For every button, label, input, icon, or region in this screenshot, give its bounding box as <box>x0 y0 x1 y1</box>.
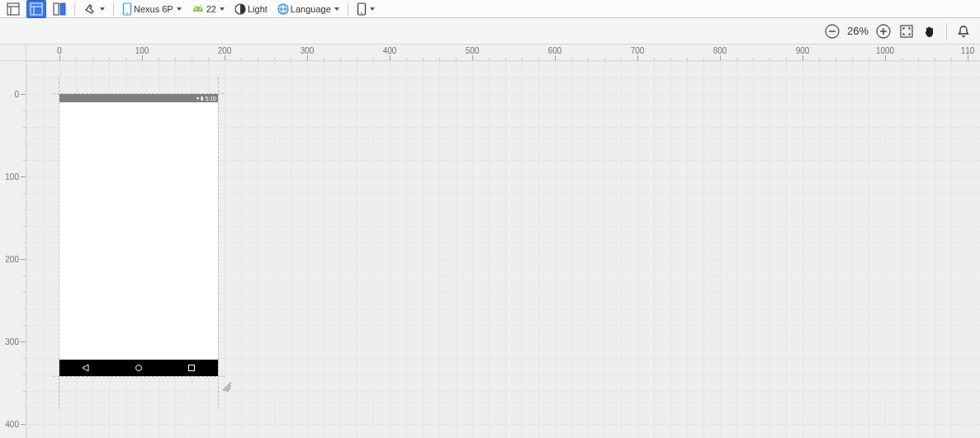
ruler-tick-label: 200 <box>218 46 232 55</box>
design-canvas[interactable]: ▾ ▮ 5:10 <box>26 61 980 438</box>
resize-handle[interactable] <box>220 378 231 389</box>
blueprint-mode-button[interactable] <box>26 0 46 18</box>
ruler-tick-label: 200 <box>5 255 19 264</box>
designer-mode-button[interactable] <box>3 0 23 18</box>
ruler-tick-label: 0 <box>14 90 19 99</box>
device-nav-bar <box>59 360 218 376</box>
preview-configs-button[interactable] <box>353 0 378 18</box>
nav-home-icon[interactable] <box>135 364 143 372</box>
phone-icon <box>122 2 132 16</box>
zoom-fit-button[interactable] <box>897 21 916 41</box>
svg-point-10 <box>195 8 196 10</box>
chevron-down-icon <box>370 7 375 11</box>
chevron-down-icon <box>177 7 182 11</box>
design-surface: 01002003004005006007008009001000110 0100… <box>0 45 980 438</box>
status-time: 5:10 <box>205 96 216 101</box>
ruler-tick-label: 500 <box>466 46 480 55</box>
notifications-button[interactable] <box>954 21 973 41</box>
language-selector[interactable]: Language <box>274 1 343 17</box>
svg-rect-6 <box>54 3 59 15</box>
theme-selector[interactable]: Light <box>231 1 271 17</box>
chevron-down-icon <box>100 7 105 11</box>
ruler-tick-label: 100 <box>135 46 149 55</box>
svg-rect-3 <box>31 3 42 15</box>
ruler-tick-label: 900 <box>796 46 810 55</box>
phone-icon <box>357 2 367 16</box>
ruler-tick-label: 700 <box>631 46 645 55</box>
android-icon <box>192 4 205 14</box>
api-label: 22 <box>206 4 216 14</box>
ruler-tick-label: 0 <box>57 46 62 55</box>
bell-icon <box>956 24 971 39</box>
toolbar-separator <box>348 2 348 16</box>
chevron-down-icon <box>220 7 225 11</box>
ruler-tick-label: 1000 <box>876 46 894 55</box>
device-content-area[interactable] <box>59 102 218 360</box>
zoom-in-button[interactable] <box>873 21 893 41</box>
ruler-tick-label: 300 <box>301 46 315 55</box>
svg-rect-25 <box>901 26 912 37</box>
zoom-level: 26% <box>845 25 870 37</box>
orientation-button[interactable] <box>80 0 108 18</box>
svg-line-13 <box>200 5 201 7</box>
ruler-tick-label: 300 <box>5 337 19 346</box>
ruler-tick-label: 400 <box>383 46 397 55</box>
ruler-tick-label: 400 <box>5 420 19 429</box>
svg-point-27 <box>136 365 142 371</box>
toolbar-separator <box>946 23 947 40</box>
globe-icon <box>277 3 289 15</box>
wifi-icon: ▾ <box>196 96 199 101</box>
split-mode-button[interactable] <box>50 0 69 18</box>
svg-point-9 <box>126 12 128 14</box>
svg-rect-7 <box>60 3 65 15</box>
svg-point-11 <box>199 8 201 10</box>
main-toolbar: Nexus 6P 22 Light Language <box>0 0 980 18</box>
horizontal-ruler[interactable]: 01002003004005006007008009001000110 <box>26 45 980 61</box>
theme-icon <box>234 3 246 15</box>
device-status-bar: ▾ ▮ 5:10 <box>59 94 218 102</box>
theme-label: Light <box>248 4 267 14</box>
api-selector[interactable]: 22 <box>188 2 228 16</box>
zoom-out-button[interactable] <box>822 21 842 41</box>
pan-button[interactable] <box>920 21 940 41</box>
ruler-corner <box>0 45 26 61</box>
toolbar-separator <box>113 2 114 16</box>
device-label: Nexus 6P <box>134 4 173 14</box>
svg-line-12 <box>195 5 196 7</box>
svg-point-19 <box>361 12 362 14</box>
nav-recent-icon[interactable] <box>187 364 196 372</box>
ruler-tick-label: 600 <box>548 46 562 55</box>
language-label: Language <box>291 4 331 14</box>
toolbar-separator <box>74 2 75 16</box>
svg-marker-26 <box>83 365 88 371</box>
svg-rect-0 <box>7 3 19 15</box>
guide-line <box>218 78 219 409</box>
svg-rect-28 <box>189 365 195 371</box>
chevron-down-icon <box>334 7 339 11</box>
hand-icon <box>922 24 937 39</box>
zoom-toolbar: 26% <box>0 18 980 45</box>
device-selector[interactable]: Nexus 6P <box>119 0 185 18</box>
ruler-tick-label: 110 <box>961 46 975 55</box>
guide-line <box>53 376 225 377</box>
device-preview[interactable]: ▾ ▮ 5:10 <box>59 94 218 376</box>
ruler-tick-label: 100 <box>5 172 19 181</box>
vertical-ruler[interactable]: 0100200300400 <box>0 61 26 438</box>
ruler-tick-label: 800 <box>713 46 727 55</box>
nav-back-icon[interactable] <box>82 364 90 372</box>
battery-icon: ▮ <box>201 96 203 101</box>
